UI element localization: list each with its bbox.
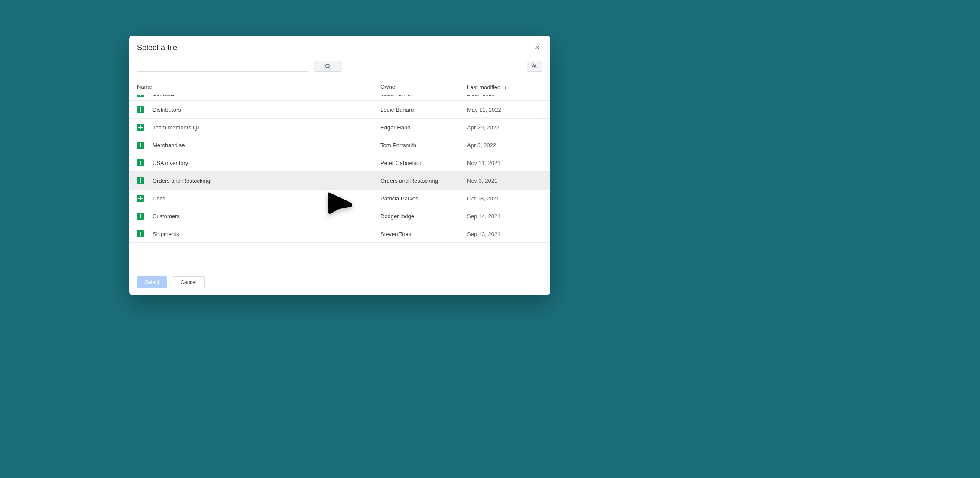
file-row[interactable]: ContactsYudun Smith2 Jan 2023 [129,95,550,101]
file-name: Contacts [153,95,380,97]
file-owner: Edgar Hand [380,124,467,131]
column-modified-header[interactable]: Last modified ↓ [467,84,542,90]
file-modified: May 11, 2022 [467,107,542,113]
column-name-header[interactable]: Name [137,84,380,90]
file-row[interactable]: USA inventoryPeter GabrielsonNov 11, 202… [129,154,550,172]
sheets-icon [137,124,144,131]
file-row[interactable]: Orders and RestockingOrders and Restocki… [129,172,550,190]
file-name: Shipments [153,231,380,237]
file-icon-cell [137,95,153,97]
file-owner: Louie Banard [380,107,467,113]
svg-line-1 [329,67,331,69]
file-modified: Oct 18, 2021 [467,195,542,202]
sheets-icon [137,213,144,220]
file-row[interactable]: CustomersRodger lodgeSep 14, 2021 [129,207,550,225]
file-list[interactable]: ContactsYudun Smith2 Jan 2023Distributor… [129,95,550,269]
file-icon-cell [137,213,153,220]
file-owner: Yudun Smith [380,95,467,97]
file-icon-cell [137,124,153,131]
sheets-icon [137,106,144,113]
file-name: Distributors [153,107,380,113]
sheets-icon [137,195,144,202]
sort-alpha-icon [532,63,538,70]
file-name: Customers [153,213,380,220]
file-icon-cell [137,195,153,202]
column-modified-label: Last modified [467,84,500,90]
modal-footer: Select Cancel [129,269,550,295]
sheets-icon [137,159,144,166]
file-row[interactable]: ShipmentsSteven ToastSep 13, 2021 [129,225,550,243]
file-modified: Nov 11, 2021 [467,160,542,166]
file-owner: Patricia Parkes [380,195,467,202]
svg-point-0 [326,64,329,68]
file-modified: Nov 3, 2021 [467,178,542,184]
file-owner: Tom Portsmith [380,142,467,149]
sort-alpha-button[interactable] [527,61,542,72]
file-name: Orders and Restocking [153,178,380,184]
file-icon-cell [137,177,153,184]
file-modified: Sep 13, 2021 [467,231,542,237]
file-row[interactable]: Team members Q1Edgar HandApr 29, 2022 [129,119,550,136]
arrow-down-icon: ↓ [504,84,507,90]
column-owner-header[interactable]: Owner [380,84,467,90]
cancel-button[interactable]: Cancel [172,276,204,288]
sheets-icon [137,142,144,149]
sheets-icon [137,230,144,237]
sheets-icon [137,177,144,184]
sheets-icon [137,95,144,97]
file-name: USA inventory [153,160,380,166]
file-name: Docs [153,195,380,202]
close-icon: × [535,43,540,52]
file-picker-modal: Select a file × Name Owner Last modified… [129,36,550,295]
modal-title: Select a file [137,43,177,52]
file-name: Team members Q1 [153,124,380,131]
close-button[interactable]: × [532,42,542,53]
file-modified: Apr 3, 2022 [467,142,542,149]
file-name: Merchandise [153,142,380,149]
search-button[interactable] [314,61,342,72]
file-owner: Orders and Restocking [380,178,467,184]
search-input[interactable] [137,61,308,72]
file-owner: Peter Gabrielson [380,160,467,166]
modal-header: Select a file × [129,36,550,57]
file-icon-cell [137,106,153,113]
file-icon-cell [137,142,153,149]
file-modified: Apr 29, 2022 [467,124,542,131]
file-icon-cell [137,230,153,237]
file-owner: Rodger lodge [380,213,467,220]
search-icon [325,63,331,69]
search-bar [129,57,550,79]
file-owner: Steven Toast [380,231,467,237]
file-modified: 2 Jan 2023 [467,95,542,97]
file-row[interactable]: MerchandiseTom PortsmithApr 3, 2022 [129,136,550,154]
file-icon-cell [137,159,153,166]
file-modified: Sep 14, 2021 [467,213,542,220]
file-row[interactable]: DistributorsLouie BanardMay 11, 2022 [129,101,550,119]
select-button[interactable]: Select [137,276,167,288]
columns-header: Name Owner Last modified ↓ [129,79,550,95]
file-row[interactable]: DocsPatricia ParkesOct 18, 2021 [129,190,550,207]
